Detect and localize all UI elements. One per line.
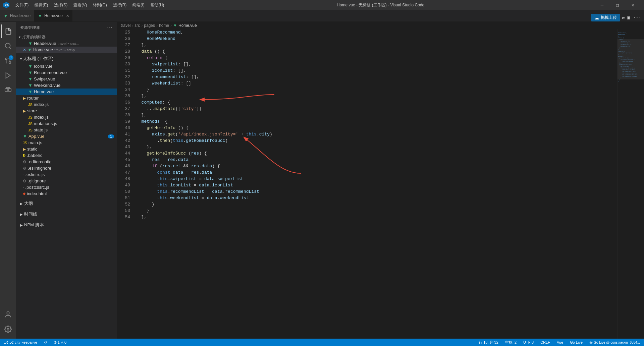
file-eslintignore[interactable]: ⚙ .eslintignore (16, 165, 117, 171)
file-mutations[interactable]: JS mutations.js (16, 120, 117, 127)
chevron-right-icon: ▶ (20, 202, 23, 206)
extra-info[interactable]: @ Go Live @ constweixin_6564... (588, 341, 641, 344)
remote-button[interactable]: ☁ 拖拽上传 (591, 14, 620, 21)
js-icon: JS (23, 141, 27, 145)
line-num: 34 (119, 86, 130, 93)
activity-settings[interactable] (1, 323, 15, 336)
breadcrumb-sep: › (132, 23, 133, 28)
content-area: 1 (0, 22, 644, 339)
folder-store[interactable]: ▶ store (16, 108, 117, 114)
golive[interactable]: Go Live (569, 340, 584, 344)
filename: state.js (34, 127, 48, 132)
vue-icon: ▼ (3, 13, 8, 18)
encoding[interactable]: UTF-8 (522, 340, 535, 344)
code-line-34: } (136, 86, 617, 93)
file-router-index[interactable]: JS index.js (16, 101, 117, 108)
search-icon (4, 42, 12, 50)
workspace-header[interactable]: ▾ 无标题 (工作区) (16, 54, 117, 63)
menu-edit[interactable]: 编辑(E) (32, 1, 51, 9)
file-main-js[interactable]: JS main.js (16, 139, 117, 146)
filename: Recommend.vue (34, 70, 67, 75)
code-line-51: this.weekendList = data.weekendList (136, 195, 617, 201)
code-editor[interactable]: HomeRecommend, HomeWeekend }, data () { (133, 29, 617, 339)
open-editor-home-vue[interactable]: ✕ ▼ Home.vue travel • src\p... (16, 47, 117, 53)
breadcrumb-pages[interactable]: pages (144, 23, 155, 28)
js-icon: JS (28, 115, 33, 119)
file-name-active: Home.vue (33, 47, 53, 52)
tab-home-vue[interactable]: ▼ Home.vue ✕ (34, 10, 73, 21)
activity-debug[interactable] (1, 69, 15, 82)
open-editors-header[interactable]: ▾ 打开的编辑器 (16, 33, 117, 40)
line-numbers: 25 26 27 28 29 30 31 32 33 34 35 36 37 3… (117, 29, 133, 339)
file-state[interactable]: JS state.js (16, 127, 117, 133)
file-app-vue[interactable]: ▼ App.vue 1 (16, 133, 117, 139)
menu-file[interactable]: 文件(F) (13, 1, 31, 9)
activity-account[interactable] (1, 308, 15, 321)
chevron-down-icon: ▾ (20, 57, 22, 61)
filename: .postcssrc.js (25, 185, 49, 190)
file-babelrc[interactable]: B .babelrc (16, 152, 117, 159)
code-line-43: }, (136, 144, 617, 150)
errors-warnings[interactable]: ⊗ 1 △ 0 (52, 340, 68, 345)
menu-help[interactable]: 帮助(H) (148, 1, 167, 9)
timeline-header[interactable]: ▶ 时间线 (16, 210, 117, 219)
outline-header[interactable]: ▶ 大纲 (16, 199, 117, 208)
folder-router[interactable]: ▶ router (16, 95, 117, 101)
line-num: 30 (119, 61, 130, 67)
file-swiper-vue[interactable]: ▼ Swiper.vue (16, 76, 117, 82)
timeline-label: 时间线 (24, 211, 37, 217)
vue-icon: ▼ (28, 89, 33, 94)
file-weekend-vue[interactable]: ▼ Weekend.vue (16, 82, 117, 89)
menu-goto[interactable]: 转到(G) (90, 1, 109, 9)
file-home-vue[interactable]: ▼ Home.vue (16, 89, 117, 95)
menu-view[interactable]: 查看(V) (71, 1, 90, 9)
close-button[interactable]: ✕ (625, 0, 641, 10)
file-eslintrc[interactable]: · .eslintrc.js (16, 171, 117, 178)
file-gitignore[interactable]: ⚙ .gitignore (16, 178, 117, 184)
npm-header[interactable]: ▶ NPM 脚本 (16, 221, 117, 229)
indent[interactable]: 空格: 2 (504, 340, 518, 345)
file-index-html[interactable]: ◆ index.html (16, 190, 117, 197)
minimap-slider[interactable] (618, 39, 644, 79)
vue-icon-small: ▼ (28, 41, 33, 46)
filename: index.js (34, 115, 49, 120)
cursor-position[interactable]: 行 18, 列 32 (477, 340, 500, 345)
breadcrumb-home[interactable]: home (159, 23, 169, 28)
svg-point-14 (7, 328, 9, 330)
filename: .editorconfig (28, 159, 52, 164)
activity-extensions[interactable] (1, 83, 15, 97)
svg-point-13 (7, 312, 9, 314)
tab-header-vue[interactable]: ▼ Header.vue (0, 10, 34, 21)
code-line-41: axios.get('/api/index.json?city=' + this… (136, 131, 617, 137)
file-editorconfig[interactable]: ⚙ .editorconfig (16, 159, 117, 165)
file-store-index[interactable]: JS index.js (16, 114, 117, 120)
menu-terminal[interactable]: 终端(I) (130, 1, 147, 9)
split-editor-icon[interactable]: ⇌ (622, 15, 625, 20)
file-postcssrc[interactable]: · .postcssrc.js (16, 184, 117, 190)
line-ending[interactable]: CRLF (539, 340, 551, 344)
sync-icon[interactable]: ↺ (43, 340, 48, 345)
maximize-button[interactable]: ❐ (610, 0, 625, 10)
file-recommend-vue[interactable]: ▼ Recommend.vue (16, 69, 117, 76)
sidebar-more-button[interactable]: ··· (107, 24, 113, 31)
folder-static[interactable]: ▶ static (16, 146, 117, 152)
tab-close-button[interactable]: ✕ (66, 14, 69, 18)
activity-search[interactable] (1, 39, 15, 53)
sidebar-header: 资源管理器 ··· (16, 22, 117, 33)
git-branch[interactable]: ⎇ ⎇ city-keepalive (3, 340, 39, 345)
menu-select[interactable]: 选择(S) (51, 1, 70, 9)
breadcrumb-src[interactable]: src (135, 23, 140, 28)
menu-run[interactable]: 运行(R) (110, 1, 129, 9)
breadcrumb-travel[interactable]: travel (121, 23, 130, 28)
activity-scm[interactable]: 1 (1, 54, 15, 67)
language-mode[interactable]: Vue (555, 340, 565, 344)
more-icon[interactable]: ··· (633, 15, 641, 20)
layout-icon[interactable]: ▣ (627, 15, 630, 20)
vue-icon: ▼ (28, 83, 33, 88)
minimize-button[interactable]: — (594, 0, 610, 10)
file-icons-vue[interactable]: ▼ Icons.vue (16, 63, 117, 69)
close-icon-small[interactable]: ✕ (23, 48, 26, 52)
chevron-right-icon: ▶ (23, 147, 26, 152)
activity-explorer[interactable] (1, 24, 15, 38)
open-editor-header-vue[interactable]: ▼ Header.vue travel • src\... (16, 40, 117, 47)
